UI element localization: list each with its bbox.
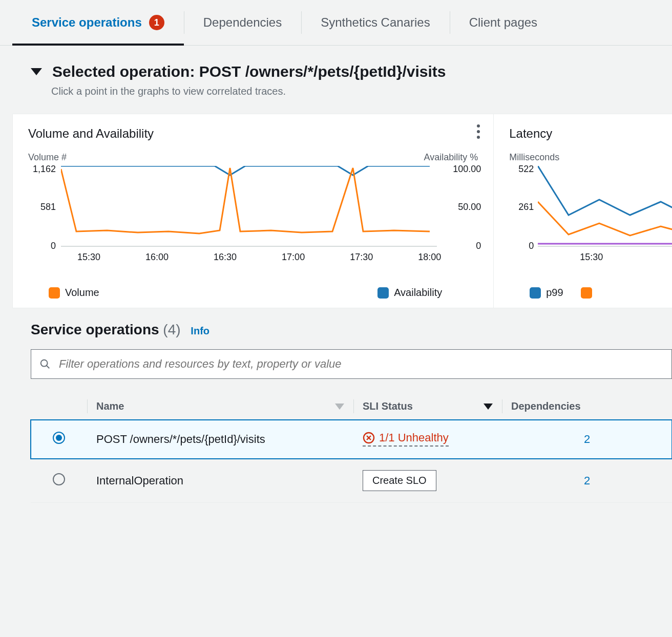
tab-label: Service operations xyxy=(32,15,142,30)
tab-badge: 1 xyxy=(149,15,164,30)
legend-item-volume[interactable]: Volume xyxy=(49,287,99,299)
row-radio[interactable] xyxy=(53,432,65,444)
section-heading: Service operations xyxy=(31,322,159,337)
x-tick: 18:00 xyxy=(418,252,441,263)
legend-swatch-icon xyxy=(49,287,60,299)
legend-swatch-icon xyxy=(581,287,592,299)
legend-item-p99[interactable]: p99 xyxy=(530,287,563,299)
x-tick: 17:00 xyxy=(282,252,305,263)
legend-swatch-icon xyxy=(530,287,541,299)
y-left-axis-label: Volume # xyxy=(28,152,67,163)
y-right-tick: 50.00 xyxy=(458,202,481,213)
row-name: InternalOperation xyxy=(87,459,353,503)
charts-row: Volume and Availability Volume # Availab… xyxy=(12,114,672,308)
chart-lines xyxy=(61,166,430,248)
operations-table: Name SLI Status Dependencies POST /owner… xyxy=(31,393,672,503)
legend-swatch-icon xyxy=(377,287,389,299)
y-left-tick: 581 xyxy=(23,202,56,213)
chart-title: Latency xyxy=(509,126,657,141)
info-link[interactable]: Info xyxy=(191,325,209,336)
create-slo-button[interactable]: Create SLO xyxy=(363,470,436,491)
chart-volume-availability: Volume and Availability Volume # Availab… xyxy=(13,114,494,308)
col-name[interactable]: Name xyxy=(96,400,124,412)
tab-service-operations[interactable]: Service operations 1 xyxy=(12,0,184,45)
y-right-tick: 100.00 xyxy=(453,164,481,175)
legend-item-p90[interactable] xyxy=(581,287,597,299)
dependencies-link[interactable]: 2 xyxy=(511,474,663,487)
service-operations-section: Service operations (4) Info Name SLI Sta… xyxy=(12,308,672,503)
tab-client-pages[interactable]: Client pages xyxy=(450,0,557,45)
x-tick: 16:00 xyxy=(145,252,169,263)
chart-lines xyxy=(538,166,672,248)
filter-input[interactable] xyxy=(58,357,663,371)
tab-label: Client pages xyxy=(469,15,537,30)
svg-line-1 xyxy=(47,366,50,369)
selected-operation-panel: Selected operation: POST /owners/*/pets/… xyxy=(12,58,672,112)
collapse-caret-icon[interactable] xyxy=(31,68,42,75)
y-left-tick: 0 xyxy=(506,241,534,251)
y-left-axis-label: Milliseconds xyxy=(509,152,559,163)
x-tick: 15:30 xyxy=(77,252,100,263)
legend-item-availability[interactable]: Availability xyxy=(377,287,442,299)
chart-title: Volume and Availability xyxy=(28,126,478,141)
chart-plot-area[interactable]: 1,162 581 0 100.00 50.00 0 1 xyxy=(61,166,437,263)
error-icon xyxy=(363,432,375,444)
col-sli[interactable]: SLI Status xyxy=(363,400,413,412)
y-left-tick: 1,162 xyxy=(23,164,56,175)
section-count: (4) xyxy=(163,322,180,337)
dependencies-link[interactable]: 2 xyxy=(511,433,663,446)
filter-input-container[interactable] xyxy=(31,349,672,379)
tab-label: Dependencies xyxy=(203,15,282,30)
y-left-tick: 0 xyxy=(23,241,56,251)
sli-status-unhealthy[interactable]: 1/1 Unhealthy xyxy=(363,431,449,447)
selected-operation-subtitle: Click a point in the graphs to view corr… xyxy=(51,86,669,97)
table-row[interactable]: InternalOperation Create SLO 2 xyxy=(31,459,672,503)
y-left-tick: 261 xyxy=(506,202,534,213)
chart-legend: Volume Availability xyxy=(49,287,442,299)
search-icon xyxy=(39,358,51,370)
sort-icon[interactable] xyxy=(484,404,493,410)
svg-point-0 xyxy=(41,360,48,367)
tab-bar: Service operations 1 Dependencies Synthe… xyxy=(0,0,672,46)
chart-plot-area[interactable]: 522 261 0 15:30 xyxy=(538,166,657,263)
chart-legend: p99 xyxy=(530,287,657,299)
y-left-tick: 522 xyxy=(506,164,534,175)
row-radio[interactable] xyxy=(53,473,65,485)
row-name: POST /owners/*/pets/{petId}/visits xyxy=(87,420,353,459)
col-deps[interactable]: Dependencies xyxy=(511,400,581,412)
selected-operation-title: Selected operation: POST /owners/*/pets/… xyxy=(52,63,446,80)
tab-dependencies[interactable]: Dependencies xyxy=(184,0,301,45)
table-row[interactable]: POST /owners/*/pets/{petId}/visits 1/1 U… xyxy=(31,420,672,459)
x-tick: 17:30 xyxy=(350,252,373,263)
tab-label: Synthetics Canaries xyxy=(321,15,430,30)
tab-synthetics-canaries[interactable]: Synthetics Canaries xyxy=(301,0,449,45)
chart-menu-icon[interactable] xyxy=(474,121,483,142)
y-right-axis-label: Availability % xyxy=(424,152,478,163)
y-right-tick: 0 xyxy=(476,241,481,251)
sort-icon[interactable] xyxy=(335,404,344,410)
x-tick: 15:30 xyxy=(580,252,603,263)
x-tick: 16:30 xyxy=(214,252,237,263)
chart-latency: Latency Milliseconds 522 261 0 xyxy=(494,114,672,308)
